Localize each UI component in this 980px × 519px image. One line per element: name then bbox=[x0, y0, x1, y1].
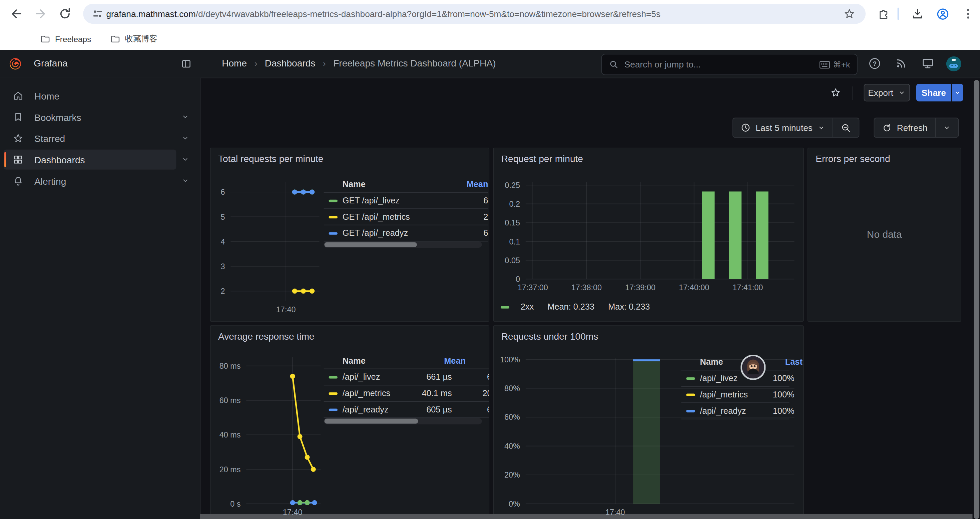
export-button[interactable]: Export bbox=[864, 84, 910, 101]
sidebar-item-bookmarks[interactable]: Bookmarks bbox=[0, 107, 200, 128]
sidebar-item-dashboards[interactable]: Dashboards bbox=[0, 149, 200, 170]
share-button[interactable]: Share bbox=[916, 84, 951, 101]
forward-icon[interactable] bbox=[34, 7, 47, 20]
svg-text:17:39:00: 17:39:00 bbox=[625, 283, 655, 292]
svg-text:60%: 60% bbox=[504, 413, 520, 422]
bookmark-folder-freeleaps[interactable]: Freeleaps bbox=[40, 31, 91, 46]
refresh-icon bbox=[882, 123, 892, 133]
legend-row[interactable]: /api/_livez661 µs646 µs bbox=[324, 369, 490, 385]
time-range-picker[interactable]: Last 5 minutes bbox=[733, 118, 832, 137]
reload-icon[interactable] bbox=[59, 7, 71, 20]
toolbar-divider bbox=[853, 86, 853, 100]
sidebar-item-starred[interactable]: Starred bbox=[0, 128, 200, 149]
legend-series-name[interactable]: 2xx bbox=[521, 302, 534, 311]
legend-series-name[interactable]: GET /api/_metrics bbox=[324, 212, 430, 222]
news-rss-icon[interactable] bbox=[895, 57, 907, 69]
svg-text:17:37:00: 17:37:00 bbox=[518, 283, 548, 292]
svg-text:5: 5 bbox=[221, 213, 225, 222]
chevron-down-icon[interactable] bbox=[181, 113, 190, 121]
favorite-dashboard-star-icon[interactable] bbox=[830, 87, 841, 98]
legend-value: 100% bbox=[755, 390, 794, 399]
active-indicator bbox=[4, 152, 6, 167]
panel-title[interactable]: Average response time bbox=[218, 331, 315, 342]
sidebar: HomeBookmarksStarredDashboardsAlerting bbox=[0, 77, 200, 519]
svg-text:0.05: 0.05 bbox=[505, 256, 520, 265]
sidebar-item-home[interactable]: Home bbox=[0, 85, 200, 107]
refresh-button[interactable]: Refresh bbox=[874, 118, 935, 137]
legend-value: 100% bbox=[755, 406, 794, 415]
chevron-down-icon[interactable] bbox=[181, 134, 190, 143]
chevron-down-icon[interactable] bbox=[181, 176, 190, 185]
series-color-pill bbox=[329, 216, 337, 218]
panel-title[interactable]: Errors per second bbox=[816, 153, 890, 164]
search-input[interactable]: Search or jump to... ⌘+k bbox=[601, 54, 858, 75]
user-avatar[interactable] bbox=[946, 56, 961, 72]
svg-text:0.2: 0.2 bbox=[509, 200, 520, 208]
site-settings-icon[interactable] bbox=[92, 8, 103, 19]
panel-title[interactable]: Requests under 100ms bbox=[501, 331, 598, 342]
browser-chrome: grafana.mathmast.com/d/deytv4rwavabkb/fr… bbox=[0, 0, 980, 50]
svg-text:40 ms: 40 ms bbox=[220, 431, 241, 439]
breadcrumb-dashboards[interactable]: Dashboards bbox=[265, 57, 315, 68]
zoom-out-time-button[interactable] bbox=[833, 118, 859, 137]
series-color-pill bbox=[329, 232, 337, 234]
share-menu-button[interactable] bbox=[952, 84, 963, 101]
vertical-scrollbar[interactable] bbox=[974, 80, 979, 519]
back-icon[interactable] bbox=[10, 7, 22, 20]
legend-row[interactable]: /api/_readyz100% bbox=[681, 403, 789, 420]
keyboard-icon bbox=[819, 61, 830, 69]
legend-row[interactable]: GET /api/_livez6 bbox=[324, 193, 488, 209]
chevron-down-icon[interactable] bbox=[181, 155, 190, 164]
legend-row[interactable]: GET /api/_readyz6 bbox=[324, 225, 488, 242]
grafana-brand[interactable]: Grafana bbox=[34, 57, 68, 68]
legend-table: NameMeanLast */api/_livez661 µs646 µs/ap… bbox=[324, 352, 490, 418]
legend-header-name: Name bbox=[324, 179, 430, 189]
assistant-avatar[interactable] bbox=[740, 355, 765, 380]
panel-request-per-minute[interactable]: Request per minute 0.250.20.150.10.05017… bbox=[493, 148, 803, 322]
legend-series-name[interactable]: GET /api/_readyz bbox=[324, 228, 430, 238]
legend-series-name[interactable]: /api/_metrics bbox=[324, 389, 404, 398]
bookmark-folder-blogs[interactable]: 收藏博客 bbox=[110, 31, 158, 46]
panel-errors-per-second[interactable]: Errors per second No data bbox=[808, 148, 961, 322]
dashboards-grid-icon bbox=[12, 154, 24, 165]
download-icon[interactable] bbox=[911, 7, 924, 20]
svg-text:80%: 80% bbox=[504, 384, 520, 393]
sidebar-toggle-icon[interactable] bbox=[181, 58, 192, 69]
sidebar-item-label: Home bbox=[34, 91, 59, 101]
browser-menu-icon[interactable] bbox=[963, 7, 975, 20]
legend-series-name[interactable]: /api/_metrics bbox=[681, 390, 755, 399]
legend-series-name[interactable]: /api/_readyz bbox=[324, 405, 404, 414]
legend-scrollbar[interactable] bbox=[324, 418, 482, 425]
extensions-icon[interactable] bbox=[878, 7, 890, 20]
legend-series-name[interactable]: GET /api/_livez bbox=[324, 196, 430, 205]
panel-title[interactable]: Total requests per minute bbox=[218, 153, 323, 164]
monitor-icon[interactable] bbox=[921, 57, 934, 70]
svg-text:17:41:00: 17:41:00 bbox=[732, 283, 763, 292]
panel-requests-under-100ms[interactable]: Requests under 100ms 100%80%60%40%20%0%1… bbox=[493, 325, 803, 519]
legend-row[interactable]: /api/_livez100% bbox=[681, 370, 789, 387]
url-text[interactable]: grafana.mathmast.com/d/deytv4rwavabkb/fr… bbox=[107, 9, 835, 19]
profile-icon[interactable] bbox=[936, 7, 949, 20]
legend-row[interactable]: GET /api/_metrics2 bbox=[324, 209, 488, 225]
legend-row[interactable]: /api/_metrics40.1 ms20.5 ms bbox=[324, 385, 490, 402]
legend-scrollbar[interactable] bbox=[324, 241, 482, 248]
legend-series-name[interactable]: /api/_livez bbox=[324, 372, 404, 382]
panel-average-response-time[interactable]: Average response time 80 ms60 ms40 ms20 … bbox=[210, 325, 490, 519]
legend-row[interactable]: /api/_metrics100% bbox=[681, 387, 789, 403]
grafana-logo-icon[interactable] bbox=[8, 56, 22, 71]
legend-series-name[interactable]: /api/_readyz bbox=[681, 406, 755, 415]
breadcrumb-current: Freeleaps Metrics Dashboard (ALPHA) bbox=[333, 57, 496, 68]
url-bar[interactable]: grafana.mathmast.com/d/deytv4rwavabkb/fr… bbox=[83, 4, 865, 24]
sidebar-item-alerting[interactable]: Alerting bbox=[0, 170, 200, 192]
breadcrumb-home[interactable]: Home bbox=[222, 57, 247, 68]
svg-text:0%: 0% bbox=[509, 500, 520, 508]
panel-total-requests-per-minute[interactable]: Total requests per minute 6543217:40 Nam… bbox=[210, 148, 490, 322]
star-icon bbox=[12, 133, 24, 144]
legend-row[interactable]: /api/_readyz605 µs620 µs bbox=[324, 402, 490, 418]
refresh-interval-button[interactable] bbox=[935, 118, 958, 137]
bar-chart: 0.250.20.150.10.05017:37:0017:38:0017:39… bbox=[494, 148, 803, 321]
help-icon[interactable]: ? bbox=[868, 57, 881, 70]
bookmark-star-icon[interactable] bbox=[843, 7, 856, 20]
series-color-pill bbox=[686, 409, 695, 412]
panel-title[interactable]: Request per minute bbox=[501, 153, 583, 164]
